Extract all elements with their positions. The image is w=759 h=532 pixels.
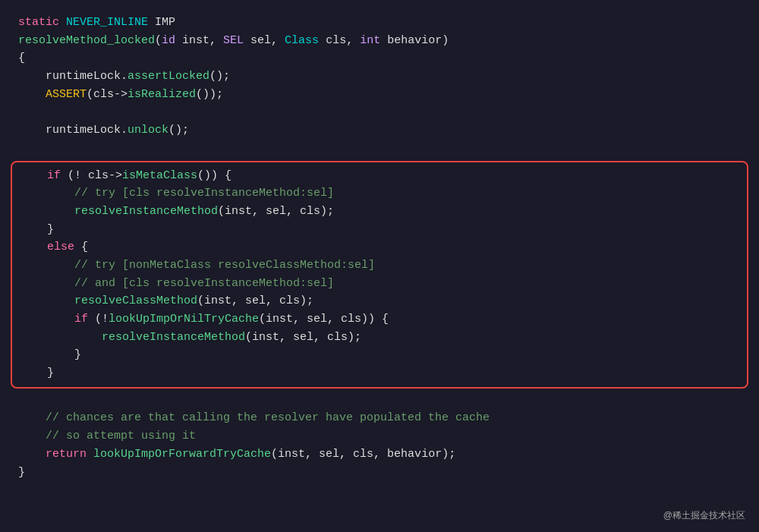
code-line-11: // so attempt using it xyxy=(18,427,741,445)
code-line-h5: else { xyxy=(20,238,739,257)
code-line-4: runtimeLock.assertLocked(); xyxy=(18,68,741,86)
code-line-9 xyxy=(18,392,741,410)
code-line-2: resolveMethod_locked(id inst, SEL sel, C… xyxy=(18,32,741,50)
code-line-h1: if (! cls->isMetaClass()) { xyxy=(20,167,739,185)
code-line-h2: // try [cls resolveInstanceMethod:sel] xyxy=(20,184,739,203)
code-line-1: static NEVER_INLINE IMP xyxy=(18,14,741,32)
code-line-h9: if (!lookUpImpOrNilTryCache(inst, sel, c… xyxy=(20,310,739,329)
code-line-3: { xyxy=(18,49,741,68)
code-line-8 xyxy=(18,140,741,158)
code-line-h12: } xyxy=(20,364,739,382)
code-line-h7: // and [cls resolveInstanceMethod:sel] xyxy=(20,275,739,293)
code-line-6 xyxy=(18,103,741,121)
code-line-h6: // try [nonMetaClass resolveClassMethod:… xyxy=(20,257,739,275)
code-line-h8: resolveClassMethod(inst, sel, cls); xyxy=(20,292,739,310)
watermark: @稀土掘金技术社区 xyxy=(663,508,745,523)
code-line-h4: } xyxy=(20,221,739,239)
code-line-13: } xyxy=(18,464,741,482)
code-line-h10: resolveInstanceMethod(inst, sel, cls); xyxy=(20,329,739,347)
highlighted-code-block: if (! cls->isMetaClass()) { // try [cls … xyxy=(11,161,748,389)
code-line-h3: resolveInstanceMethod(inst, sel, cls); xyxy=(20,203,739,221)
code-line-7: runtimeLock.unlock(); xyxy=(18,121,741,140)
code-line-10: // chances are that calling the resolver… xyxy=(18,409,741,427)
code-line-5: ASSERT(cls->isRealized()); xyxy=(18,86,741,104)
code-viewer: static NEVER_INLINE IMP resolveMethod_lo… xyxy=(0,0,759,532)
code-line-h11: } xyxy=(20,346,739,364)
code-line-12: return lookUpImpOrForwardTryCache(inst, … xyxy=(18,445,741,464)
